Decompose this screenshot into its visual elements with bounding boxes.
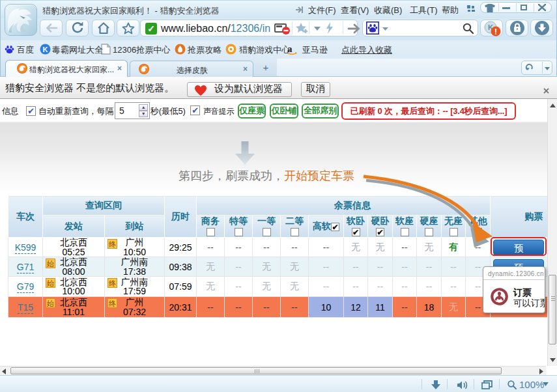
svg-text:a: a: [287, 44, 293, 54]
svg-text:!: !: [494, 27, 497, 36]
svg-text:K: K: [43, 46, 48, 53]
